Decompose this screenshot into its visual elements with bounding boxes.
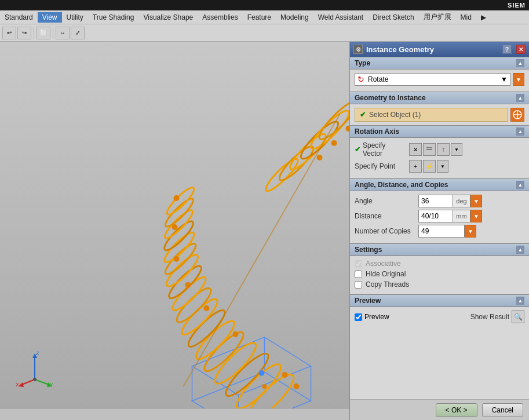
vector-check-icon: ✔ (355, 145, 360, 154)
menu-direct-sketch[interactable]: Direct Sketch (368, 12, 418, 23)
svg-point-31 (294, 384, 300, 389)
toolbar-undo[interactable]: ↩ (2, 27, 16, 39)
distance-input[interactable]: 40/10 (418, 210, 453, 222)
copy-threads-label: Copy Threads (366, 280, 409, 288)
cancel-button[interactable]: Cancel (482, 403, 523, 417)
preview-row: Preview Show Result 🔍 (355, 311, 524, 323)
hide-original-checkbox[interactable] (355, 271, 362, 278)
type-dropdown-arrow[interactable]: ▼ (513, 73, 524, 86)
select-check-icon: ✔ (360, 111, 366, 119)
show-result-label: Show Result (470, 313, 509, 321)
copy-threads-row: Copy Threads (355, 280, 524, 288)
rotation-axis-collapse-button[interactable]: ▲ (516, 127, 524, 136)
point-btn-1[interactable]: + (409, 160, 422, 173)
point-btn-2[interactable]: ⚡ (423, 160, 436, 173)
rotation-axis-section-content: ✔ Specify Vector ✕ ↑ ▼ (350, 138, 529, 178)
geometry-section-content: ✔ Select Object (1) (350, 104, 529, 125)
angle-input[interactable]: 36 (418, 195, 453, 207)
copy-threads-checkbox[interactable] (355, 281, 362, 288)
settings-collapse-button[interactable]: ▲ (516, 246, 524, 254)
menu-user-ext[interactable]: 用户扩展 (419, 11, 456, 23)
copies-row: Number of Copies 49 ▼ (355, 225, 524, 238)
distance-spin[interactable]: ▼ (470, 210, 482, 222)
vec-btn-2[interactable] (423, 143, 436, 156)
menu-view[interactable]: View (38, 12, 62, 23)
main-area: Z X Y ⚙ Instance Geometry ? ✕ Typ (0, 42, 529, 420)
dialog-close-button[interactable]: ✕ (516, 45, 526, 54)
svg-point-44 (259, 370, 265, 376)
preview-section-header: Preview ▲ (350, 294, 529, 307)
svg-line-30 (184, 114, 340, 386)
angle-collapse-button[interactable]: ▲ (516, 181, 524, 189)
distance-label: Distance (355, 212, 418, 220)
settings-section-label: Settings (355, 246, 382, 254)
angle-row: Angle 36 deg ▼ (355, 195, 524, 207)
specify-point-label: Specify Point (355, 162, 407, 170)
svg-point-36 (174, 256, 180, 262)
specify-point-text: Specify Point (355, 162, 395, 170)
dialog-titlebar: ⚙ Instance Geometry ? ✕ (350, 42, 529, 57)
ok-button[interactable]: < OK > (436, 403, 477, 417)
type-collapse-button[interactable]: ▲ (516, 59, 524, 67)
svg-point-35 (185, 282, 191, 288)
crosshair-icon (512, 109, 523, 120)
settings-section-header: Settings ▲ (350, 243, 529, 256)
menu-assemblies[interactable]: Assemblies (198, 12, 242, 23)
select-object-label: Select Object (1) (369, 111, 421, 119)
type-value: Rotate (368, 75, 388, 83)
svg-point-34 (204, 305, 210, 311)
copies-input[interactable]: 49 (418, 225, 465, 238)
dialog-footer: < OK > Cancel (350, 399, 529, 420)
associative-checkbox[interactable] (355, 260, 362, 268)
copies-spin[interactable]: ▼ (465, 225, 476, 238)
svg-point-19 (161, 229, 197, 265)
menu-visualize-shape[interactable]: Visualize Shape (138, 12, 198, 23)
svg-point-39 (262, 384, 267, 389)
dialog-body: Type ▲ ↻ Rotate ▼ ▼ Geometry to (350, 57, 529, 399)
dialog-help-button[interactable]: ? (502, 45, 512, 54)
svg-point-15 (169, 273, 209, 313)
menu-more[interactable]: ▶ (476, 12, 491, 23)
copies-label: Number of Copies (355, 227, 418, 235)
svg-point-18 (162, 240, 199, 277)
select-object-icon-btn[interactable] (510, 108, 524, 122)
svg-point-26 (287, 130, 330, 173)
toolbar: ↩ ↪ ⬜ ↔ ⤢ (0, 24, 529, 42)
svg-point-37 (172, 224, 178, 230)
type-section-header: Type ▲ (350, 57, 529, 70)
dropdown-chevron: ▼ (501, 75, 508, 83)
vec-btn-1[interactable]: ✕ (409, 143, 422, 156)
toolbar-transform[interactable]: ⤢ (71, 27, 85, 39)
angle-section-header: Angle, Distance, and Copies ▲ (350, 178, 529, 191)
type-section-content: ↻ Rotate ▼ ▼ (350, 70, 529, 92)
menu-utility[interactable]: Utility (62, 12, 88, 23)
geometry-collapse-button[interactable]: ▲ (516, 94, 524, 102)
select-object-button[interactable]: ✔ Select Object (1) (355, 108, 508, 122)
point-dropdown[interactable]: ▼ (437, 160, 448, 173)
toolbar-rect[interactable]: ⬜ (37, 27, 50, 39)
type-dropdown[interactable]: ↻ Rotate ▼ (355, 73, 510, 86)
svg-point-42 (331, 140, 337, 146)
menu-true-shading[interactable]: True Shading (88, 12, 139, 23)
copies-value: 49 (421, 227, 429, 235)
settings-section-content: Associative Hide Original Copy Threads (350, 256, 529, 294)
preview-collapse-button[interactable]: ▲ (516, 297, 524, 305)
menu-feature[interactable]: Feature (243, 12, 276, 23)
preview-checkbox[interactable] (355, 313, 362, 321)
menu-standard[interactable]: Standard (0, 12, 38, 23)
vec-btn-arrow[interactable]: ↑ (437, 143, 450, 156)
point-buttons: + ⚡ ▼ (409, 160, 448, 173)
show-result-button[interactable]: 🔍 (512, 311, 524, 323)
angle-unit: deg (453, 195, 470, 207)
specify-vector-row: ✔ Specify Vector ✕ ↑ ▼ (355, 141, 524, 158)
menu-modeling[interactable]: Modeling (276, 12, 313, 23)
menu-weld-assistant[interactable]: Weld Assistant (313, 12, 368, 23)
toolbar-redo[interactable]: ↪ (17, 27, 31, 39)
vec-dropdown-1[interactable]: ▼ (451, 143, 462, 156)
menu-mid[interactable]: Mid (456, 12, 476, 23)
preview-section-label: Preview (355, 297, 381, 305)
svg-point-17 (163, 251, 201, 290)
associative-label: Associative (366, 260, 401, 268)
angle-spin[interactable]: ▼ (470, 195, 482, 207)
toolbar-move[interactable]: ↔ (56, 27, 70, 39)
